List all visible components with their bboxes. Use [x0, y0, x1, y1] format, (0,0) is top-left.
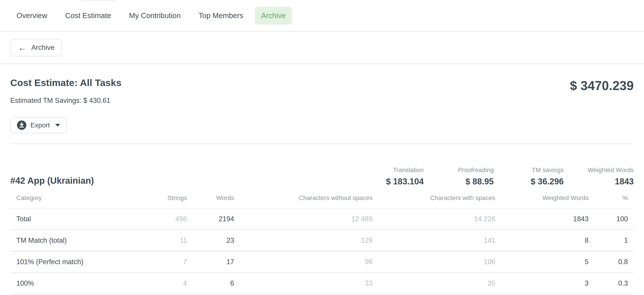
- cell-weighted: 3: [495, 273, 588, 294]
- cell-chars-without: 129: [234, 230, 372, 251]
- cell-words: 17: [187, 251, 234, 273]
- tab-top-members[interactable]: Top Members: [192, 7, 250, 24]
- cost-estimate-header-left: Cost Estimate: All Tasks Estimated TM Sa…: [10, 77, 122, 105]
- cell-chars-without: 96: [234, 251, 372, 273]
- stat-proofreading: Proofreading $ 88.95: [441, 167, 494, 186]
- grand-total-value: $ 3470.239: [570, 79, 634, 92]
- export-row: Export: [10, 117, 634, 133]
- table-row-total: Total 456 2194 12 489 14 226 1843 100: [10, 209, 634, 230]
- archive-back-label: Archive: [31, 43, 54, 52]
- table-row-101-perfect-match: 101% (Perfect match) 7 17 96 106 5 0.8: [10, 251, 634, 273]
- cell-chars-with: 35: [372, 273, 495, 294]
- page-title: Cost Estimate: All Tasks: [10, 77, 122, 88]
- cell-chars-without: 12 489: [234, 209, 372, 230]
- stat-value: $ 183.104: [371, 177, 424, 186]
- col-header-percent: %: [588, 194, 634, 209]
- cell-words: 6: [187, 273, 234, 294]
- caret-down-icon: [55, 124, 60, 127]
- stat-label: Proofreading: [441, 167, 494, 174]
- col-header-words: Words: [187, 194, 234, 209]
- cell-words: 2194: [187, 209, 234, 230]
- cost-table: Category Strings Words Characters withou…: [10, 194, 634, 295]
- archive-back-button[interactable]: ← Archive: [10, 39, 62, 56]
- cell-percent: 0.3: [588, 273, 634, 294]
- tab-archive[interactable]: Archive: [255, 7, 292, 24]
- col-header-chars-with-spaces: Characters with spaces: [372, 194, 495, 209]
- stat-value: 1843: [581, 177, 634, 186]
- stat-value: $ 36.296: [511, 177, 564, 186]
- cell-strings: 456: [122, 209, 187, 230]
- cell-words: 23: [187, 230, 234, 251]
- export-label: Export: [30, 121, 50, 129]
- tab-cost-estimate[interactable]: Cost Estimate: [59, 7, 118, 24]
- task-title: #42 App (Ukrainian): [10, 176, 94, 186]
- task-stats: Translation $ 183.104 Proofreading $ 88.…: [354, 167, 634, 186]
- divider: [10, 143, 634, 144]
- cell-strings: 4: [122, 273, 187, 294]
- cell-chars-with: 141: [372, 230, 495, 251]
- task-section-header: #42 App (Ukrainian) Translation $ 183.10…: [10, 167, 634, 186]
- tab-bar: Overview Cost Estimate My Contribution T…: [0, 0, 644, 32]
- cell-weighted: 1843: [495, 209, 588, 230]
- stat-label: Translation: [371, 167, 424, 174]
- cell-category: 101% (Perfect match): [10, 251, 122, 273]
- stat-tm-savings: TM savings $ 36.296: [511, 167, 564, 186]
- cell-strings: 7: [122, 251, 187, 273]
- cell-chars-without: 33: [234, 273, 372, 294]
- table-row-100: 100% 4 6 33 35 3 0.3: [10, 273, 634, 294]
- stat-value: $ 88.95: [441, 177, 494, 186]
- arrow-left-icon: ←: [18, 43, 26, 52]
- col-header-category: Category: [10, 194, 122, 209]
- cell-strings: 11: [122, 230, 187, 251]
- tab-my-contribution[interactable]: My Contribution: [123, 7, 187, 24]
- col-header-chars-without-spaces: Characters without spaces: [234, 194, 372, 209]
- tab-overview[interactable]: Overview: [10, 7, 54, 24]
- cell-category: Total: [10, 209, 122, 230]
- col-header-strings: Strings: [122, 194, 187, 209]
- table-row-tm-match: TM Match (total) 11 23 129 141 8 1: [10, 230, 634, 251]
- cell-chars-with: 106: [372, 251, 495, 273]
- stat-label: Weighted Words: [581, 167, 634, 174]
- cell-category: TM Match (total): [10, 230, 122, 251]
- download-circle-icon: [17, 120, 26, 130]
- export-button[interactable]: Export: [10, 117, 67, 133]
- stat-label: TM savings: [511, 167, 564, 174]
- cell-percent: 1: [588, 230, 634, 251]
- col-header-weighted-words: Weighted Words: [495, 194, 588, 209]
- stat-weighted-words: Weighted Words 1843: [581, 167, 634, 186]
- stat-translation: Translation $ 183.104: [371, 167, 424, 186]
- cell-percent: 0.8: [588, 251, 634, 273]
- cell-weighted: 8: [495, 230, 588, 251]
- cost-estimate-header: Cost Estimate: All Tasks Estimated TM Sa…: [10, 77, 634, 105]
- cell-chars-with: 14 226: [372, 209, 495, 230]
- tm-savings-subtitle: Estimated TM Savings: $ 430.61: [10, 97, 122, 105]
- cell-percent: 100: [588, 209, 634, 230]
- cell-weighted: 5: [495, 251, 588, 273]
- cell-category: 100%: [10, 273, 122, 294]
- table-header-row: Category Strings Words Characters withou…: [10, 194, 634, 209]
- archive-back-row: ← Archive: [0, 32, 644, 64]
